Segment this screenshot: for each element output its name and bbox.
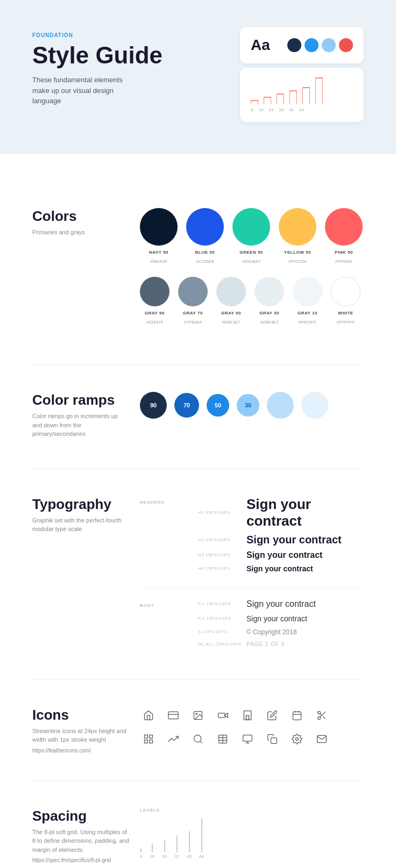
svg-point-3 [196, 713, 197, 714]
hero-section: FOUNDATION Style Guide These fundamental… [0, 0, 396, 154]
typo-section-right: HEADERS H1 33PX/48PX Sign your contract … [140, 496, 364, 652]
typo-divider [140, 588, 364, 589]
level-40: 40 [187, 831, 192, 859]
icon-mail [313, 730, 330, 748]
main-content: Colors Primaries and grays NAVY 50 #0819… [0, 154, 396, 868]
icons-section-left: Icons Streamline icons at 24px height an… [32, 707, 140, 754]
colors-section: Colors Primaries and grays NAVY 50 #0819… [32, 181, 364, 365]
colors-subtitle: Primaries and grays [32, 228, 129, 237]
icon-grid [140, 730, 157, 748]
hero-spacing-labels: 8 16 24 33 40 64 [251, 107, 353, 112]
hero-color-dots [287, 38, 353, 52]
h1-row: H1 33PX/48PX Sign your contract [198, 496, 364, 529]
ramps-row: 90 70 50 30 [140, 392, 364, 419]
h4-sample: Sign your contract [246, 564, 364, 573]
color-circle-gray90 [140, 277, 169, 306]
dot-4 [339, 38, 353, 52]
svg-line-20 [323, 716, 326, 719]
s-row: S 12PX/20PX © Copyright 2018 [198, 628, 364, 636]
level-32: 32 [174, 835, 179, 859]
color-circle-gray10 [293, 277, 322, 306]
icon-home [140, 707, 157, 724]
color-gray90: GRAY 90 #526475 [140, 277, 169, 325]
color-circle-navy [140, 208, 178, 246]
svg-line-21 [320, 713, 322, 715]
hero-spacing-bars [251, 77, 353, 104]
ml-sample: PAGE 1 OF 5 [246, 641, 364, 647]
dot-1 [287, 38, 301, 52]
spacing-link: https://spec.fm/specifics/8-pt-grid [32, 857, 129, 863]
p1-row: P.1 18PX/24PX Sign your contract [198, 599, 364, 609]
dot-2 [305, 38, 319, 52]
dot-3 [322, 38, 336, 52]
level-64: 64 [199, 818, 204, 859]
icons-subtitle: Streamline icons at 24px height and widt… [32, 727, 129, 744]
ramp-50: 50 [207, 394, 229, 417]
headers-samples: H1 33PX/48PX Sign your contract H2 24PX/… [198, 496, 364, 577]
icons-section: Icons Streamline icons at 24px height an… [32, 680, 364, 781]
ramp-90: 90 [140, 392, 167, 419]
color-yellow: YELLOW 50 #FFC250 [279, 208, 316, 264]
icons-row-2 [140, 730, 364, 748]
svg-rect-24 [145, 740, 148, 743]
ramp-70: 70 [174, 393, 199, 418]
level-24: 24 [162, 840, 167, 859]
ramps-section-left: Color ramps Color ramps go in increments… [32, 392, 140, 442]
svg-rect-23 [150, 735, 153, 738]
ml-row: ML ALL CAPS/10PX PAGE 1 OF 5 [198, 641, 364, 647]
svg-rect-32 [243, 735, 252, 741]
svg-point-36 [296, 737, 299, 740]
color-gray50: GRAY 50 #D8E3E7 [216, 277, 246, 325]
svg-point-18 [318, 716, 321, 719]
hero-right: Aa 8 16 24 33 40 [240, 27, 364, 122]
p2-sample: Sign your contract [246, 614, 364, 623]
hero-title: Style Guide [32, 42, 240, 68]
level-8: 8 [140, 848, 142, 859]
h3-row: H3 18PX/23PX Sign your contract [198, 550, 364, 560]
color-circle-white [331, 277, 360, 306]
icon-monitor [239, 730, 256, 748]
icons-title: Icons [32, 707, 129, 723]
color-ramps-section: Color ramps Color ramps go in increments… [32, 365, 364, 469]
colors-section-left: Colors Primaries and grays [32, 208, 140, 338]
color-white: WHITE #FFFFFF [331, 277, 360, 325]
hero-tag: FOUNDATION [32, 32, 240, 38]
svg-rect-22 [145, 735, 148, 738]
body-category-label: BODY [140, 599, 194, 652]
level-16: 16 [150, 844, 154, 859]
color-circle-yellow [279, 208, 316, 246]
ramps-section-right: 90 70 50 30 [140, 392, 364, 442]
h3-sample: Sign your contract [246, 550, 364, 560]
body-block: BODY P.1 18PX/24PX Sign your contract P.… [140, 599, 364, 652]
typography-section: Typography Graphik set with the perfect-… [32, 469, 364, 680]
body-samples: P.1 18PX/24PX Sign your contract P.2 16P… [198, 599, 364, 652]
color-green: GREEN 50 #20CBA7 [232, 208, 270, 264]
h2-sample: Sign your contract [246, 534, 364, 546]
color-circle-pink [325, 208, 363, 246]
levels-block: LEVELS 8 16 24 [140, 808, 364, 859]
icon-credit-card [165, 707, 182, 724]
hero-description: These fundamental elements make up our v… [32, 75, 140, 106]
svg-rect-13 [293, 712, 301, 720]
color-circle-gray30 [254, 277, 284, 306]
color-blue: BLUE 50 #1C55E8 [186, 208, 224, 264]
ramp-30: 30 [237, 394, 259, 417]
color-gray70: GRAY 70 #7F93A4 [178, 277, 208, 325]
spacing-section-left: Spacing The 8-pt soft grid. Using multip… [32, 808, 140, 869]
color-circle-gray70 [178, 277, 208, 306]
hero-typography-card: Aa [240, 27, 364, 63]
svg-rect-0 [168, 712, 178, 719]
svg-rect-25 [150, 740, 153, 743]
ramps-subtitle: Color ramps go in increments up and down… [32, 412, 129, 439]
typo-section-left: Typography Graphik set with the perfect-… [32, 496, 140, 652]
color-navy: NAVY 50 #08192E [140, 208, 178, 264]
primary-colors-row: NAVY 50 #08192E BLUE 50 #1C55E8 GREEN 50… [140, 208, 364, 264]
icon-calendar [288, 707, 306, 724]
p1-sample: Sign your contract [246, 599, 364, 609]
icon-image [189, 707, 207, 724]
h2-row: H2 24PX/40PX Sign your contract [198, 534, 364, 546]
icon-settings [288, 730, 306, 748]
icon-trending-up [165, 730, 182, 748]
icon-scissors [313, 707, 330, 724]
color-circle-green [232, 208, 270, 246]
